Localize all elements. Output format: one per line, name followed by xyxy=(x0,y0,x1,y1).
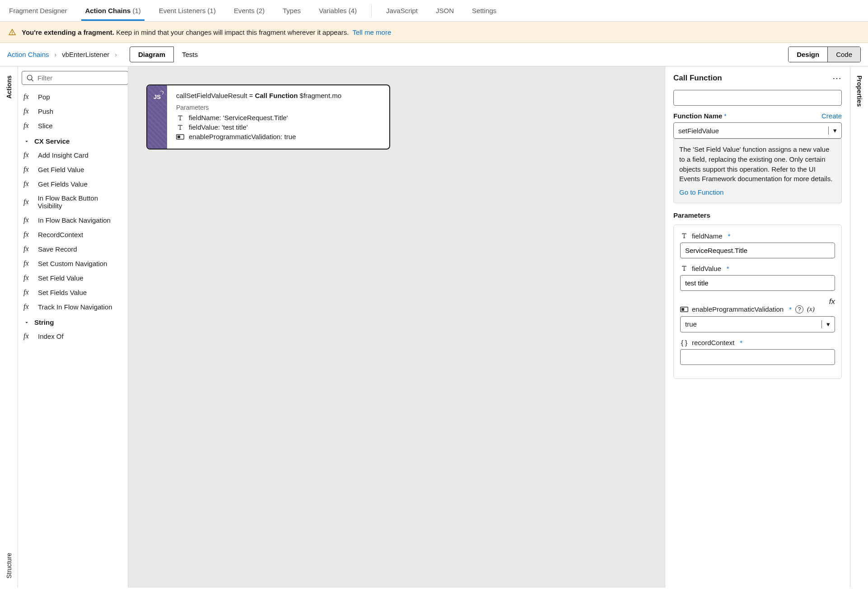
tab-variables[interactable]: Variables (4) xyxy=(315,0,360,21)
chevron-down-icon xyxy=(23,319,31,326)
actions-palette: ⋯ fxPop fxPush fxSlice CX Service fxAdd … xyxy=(18,66,128,588)
fx-icon: fx xyxy=(23,216,33,224)
node-type-badge: JS xyxy=(147,85,167,149)
separator xyxy=(371,5,372,17)
action-add-insight-card[interactable]: fxAdd Insight Card xyxy=(22,148,124,162)
group-string[interactable]: String xyxy=(22,314,124,329)
function-name-select[interactable]: setFieldValue ▾ xyxy=(673,122,842,139)
recordcontext-input[interactable] xyxy=(680,349,835,365)
id-input[interactable] xyxy=(673,90,842,106)
action-get-field-value[interactable]: fxGet Field Value xyxy=(22,162,124,177)
tab-events[interactable]: Events (2) xyxy=(230,0,268,21)
tab-json[interactable]: JSON xyxy=(432,0,457,21)
action-in-flow-back-navigation[interactable]: fxIn Flow Back Navigation xyxy=(22,213,124,227)
fx-icon: fx xyxy=(23,151,33,159)
fx-icon[interactable]: fx xyxy=(829,297,835,306)
parameters-box: fieldName* fieldValue* fx enableProgramm… xyxy=(673,224,842,379)
code-button[interactable]: Code xyxy=(827,47,860,62)
tests-button[interactable]: Tests xyxy=(174,47,206,62)
breadcrumb-root[interactable]: Action Chains xyxy=(7,51,49,58)
text-type-icon xyxy=(680,265,688,272)
diagram-canvas[interactable]: JS callSetFieldValueResult = Call Functi… xyxy=(128,66,665,588)
fieldvalue-input[interactable] xyxy=(680,275,835,291)
action-record-context[interactable]: fxRecordContext xyxy=(22,227,124,242)
design-button[interactable]: Design xyxy=(789,47,827,62)
banner-message: You're extending a fragment. Keep in min… xyxy=(22,28,391,36)
mode-segment: Diagram Tests xyxy=(130,47,206,62)
go-to-function-link[interactable]: Go to Function xyxy=(679,187,836,197)
diagram-button[interactable]: Diagram xyxy=(130,47,174,62)
action-get-fields-value[interactable]: fxGet Fields Value xyxy=(22,177,124,191)
properties-rail-label[interactable]: Properties xyxy=(856,75,863,107)
action-index-of[interactable]: fxIndex Of xyxy=(22,329,124,343)
action-in-flow-back-button-visibility[interactable]: fxIn Flow Back Button Visibility xyxy=(22,191,124,213)
fx-icon: fx xyxy=(23,230,33,238)
enable-validation-select[interactable]: true ▾ xyxy=(680,316,835,332)
function-name-label: Function Name xyxy=(673,112,722,120)
group-cx-service[interactable]: CX Service xyxy=(22,133,124,148)
action-set-custom-navigation[interactable]: fxSet Custom Navigation xyxy=(22,256,124,271)
boolean-type-icon xyxy=(680,307,688,312)
call-function-node[interactable]: JS callSetFieldValueResult = Call Functi… xyxy=(146,84,390,150)
left-rail: Actions Structure xyxy=(0,66,18,588)
fx-icon: fx xyxy=(23,303,33,311)
svg-rect-1 xyxy=(177,136,180,138)
boolean-type-icon xyxy=(176,134,184,140)
fx-icon: fx xyxy=(23,107,33,115)
filter-input[interactable] xyxy=(37,74,123,82)
tab-types[interactable]: Types xyxy=(279,0,304,21)
create-link[interactable]: Create xyxy=(821,112,842,120)
tab-action-chains[interactable]: Action Chains (1) xyxy=(81,0,144,21)
fx-icon: fx xyxy=(23,198,33,206)
tab-javascript[interactable]: JavaScript xyxy=(383,0,421,21)
variable-icon[interactable]: (x) xyxy=(807,305,815,313)
action-set-field-value[interactable]: fxSet Field Value xyxy=(22,271,124,285)
chevron-right-icon: › xyxy=(55,51,57,58)
js-icon: JS xyxy=(154,93,161,100)
fx-icon: fx xyxy=(23,245,33,253)
fx-icon: fx xyxy=(23,180,33,188)
tab-event-listeners[interactable]: Event Listeners (1) xyxy=(155,0,219,21)
text-type-icon xyxy=(176,124,184,131)
tab-fragment-designer[interactable]: Fragment Designer xyxy=(5,0,70,21)
text-type-icon xyxy=(680,232,688,239)
fx-icon: fx xyxy=(23,332,33,340)
fx-icon: fx xyxy=(23,165,33,173)
panel-menu-icon[interactable]: ⋯ xyxy=(832,73,842,84)
fx-icon: fx xyxy=(23,274,33,282)
sub-bar: Action Chains › vbEnterListener › Diagra… xyxy=(0,43,868,66)
search-icon xyxy=(27,75,34,82)
properties-panel: Call Function ⋯ Function Name* Create se… xyxy=(665,66,850,588)
tab-settings[interactable]: Settings xyxy=(468,0,500,21)
filter-input-wrapper[interactable] xyxy=(22,71,128,85)
action-push[interactable]: fxPush xyxy=(22,104,124,118)
fieldname-input[interactable] xyxy=(680,243,835,258)
fx-icon: fx xyxy=(23,93,33,101)
text-type-icon xyxy=(176,114,184,122)
fx-icon: fx xyxy=(23,122,33,130)
action-save-record[interactable]: fxSave Record xyxy=(22,242,124,256)
fx-icon: fx xyxy=(23,288,33,296)
action-pop[interactable]: fxPop xyxy=(22,89,124,104)
structure-rail-label[interactable]: Structure xyxy=(5,553,13,579)
help-icon[interactable]: ? xyxy=(795,305,803,313)
warning-banner: You're extending a fragment. Keep in min… xyxy=(0,22,868,43)
node-body: callSetFieldValueResult = Call Function … xyxy=(167,85,389,149)
breadcrumb-current: vbEnterListener xyxy=(62,51,109,58)
parameters-label: Parameters xyxy=(673,211,842,219)
chevron-right-icon: › xyxy=(115,51,117,58)
action-track-in-flow-navigation[interactable]: fxTrack In Flow Navigation xyxy=(22,299,124,314)
panel-title: Call Function xyxy=(673,74,722,83)
top-nav: Fragment Designer Action Chains (1) Even… xyxy=(0,0,868,22)
function-description: The 'Set Field Value' function assigns a… xyxy=(673,139,842,203)
fx-icon: fx xyxy=(23,259,33,267)
right-rail: Properties xyxy=(850,66,868,588)
actions-rail-label[interactable]: Actions xyxy=(5,75,13,98)
action-slice[interactable]: fxSlice xyxy=(22,118,124,133)
action-set-fields-value[interactable]: fxSet Fields Value xyxy=(22,285,124,299)
chevron-down-icon xyxy=(23,138,31,145)
chevron-down-icon: ▾ xyxy=(828,126,837,135)
tell-me-more-link[interactable]: Tell me more xyxy=(352,28,391,36)
warning-icon xyxy=(8,28,16,36)
view-segment: Design Code xyxy=(788,47,861,62)
